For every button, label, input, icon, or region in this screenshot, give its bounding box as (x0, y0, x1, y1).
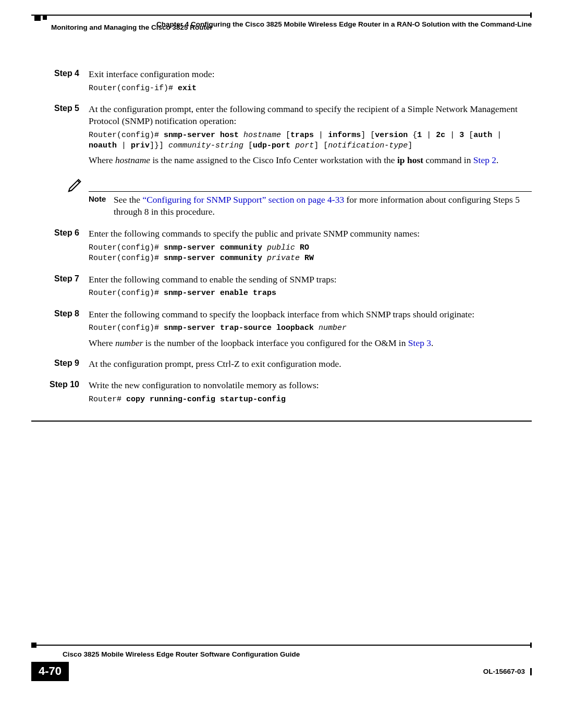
step-9-text: At the configuration prompt, press Ctrl-… (89, 358, 532, 370)
step-5: Step 5 At the configuration prompt, ente… (31, 103, 532, 169)
page-footer: Cisco 3825 Mobile Wireless Edge Router S… (10, 645, 553, 681)
step-10-label: Step 10 (31, 379, 89, 408)
snmp-support-link[interactable]: “Configuring for SNMP Support” section o… (142, 194, 344, 205)
step-7-label: Step 7 (31, 274, 89, 302)
step-4: Step 4 Exit interface configuration mode… (31, 68, 532, 97)
step-6-label: Step 6 (31, 228, 89, 267)
step-6-code: Router(config)# snmp-server community pu… (89, 243, 532, 264)
step-7-code: Router(config)# snmp-server enable traps (89, 288, 532, 299)
page-number-badge: 4-70 (31, 662, 69, 681)
pencil-icon (68, 177, 83, 192)
step-7: Step 7 Enter the following command to en… (31, 274, 532, 302)
step-10: Step 10 Write the new configuration to n… (31, 379, 532, 408)
header-square-small-icon (43, 16, 47, 20)
step-4-text: Exit interface configuration mode: (89, 68, 532, 80)
section-end-rule (31, 421, 532, 422)
footer-doc-id: OL-15667-03 (483, 667, 528, 676)
step-8-after: Where number is the number of the loopba… (89, 337, 532, 349)
step-4-code: Router(config-if)# exit (89, 83, 532, 94)
note-block: Note See the “Configuring for SNMP Suppo… (31, 177, 532, 218)
footer-square-icon (31, 643, 36, 648)
note-label: Note (89, 194, 106, 203)
step-6: Step 6 Enter the following commands to s… (31, 228, 532, 267)
step-2-link[interactable]: Step 2 (473, 155, 496, 165)
step-9-label: Step 9 (31, 358, 89, 373)
step-5-text: At the configuration prompt, enter the f… (89, 103, 532, 127)
step-8-code: Router(config)# snmp-server trap-source … (89, 323, 532, 334)
step-8-label: Step 8 (31, 309, 89, 352)
step-9: Step 9 At the configuration prompt, pres… (31, 358, 532, 373)
step-10-code: Router# copy running-config startup-conf… (89, 394, 532, 405)
step-8: Step 8 Enter the following command to sp… (31, 309, 532, 352)
step-5-label: Step 5 (31, 103, 89, 169)
header-square-icon (34, 15, 41, 21)
step-3-link[interactable]: Step 3 (408, 338, 431, 348)
step-8-text: Enter the following command to specify t… (89, 309, 532, 320)
step-10-text: Write the new configuration to nonvolati… (89, 379, 532, 391)
page-content: Step 4 Exit interface configuration mode… (31, 68, 532, 408)
step-4-label: Step 4 (31, 68, 89, 97)
note-text: See the “Configuring for SNMP Support” s… (114, 194, 532, 218)
step-7-text: Enter the following command to enable th… (89, 274, 532, 286)
footer-guide-title: Cisco 3825 Mobile Wireless Edge Router S… (63, 650, 532, 659)
step-5-after: Where hostname is the name assigned to t… (89, 154, 532, 166)
step-6-text: Enter the following commands to specify … (89, 228, 532, 240)
step-5-code: Router(config)# snmp-server host hostnam… (89, 130, 532, 152)
